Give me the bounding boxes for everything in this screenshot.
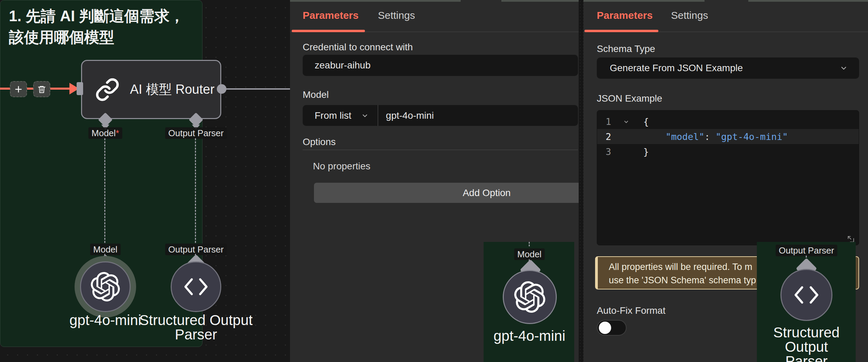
field-divider <box>378 105 378 126</box>
parser-node-port-label: Output Parser <box>165 244 227 255</box>
credential-value: zeabur-aihub <box>315 60 370 71</box>
json-example-editor[interactable]: 1 { 2 "model": "gpt-4o-mini" 3 } <box>597 110 859 245</box>
autofix-toggle[interactable] <box>597 320 627 336</box>
line-number: 2 <box>597 131 611 142</box>
sticky-note-title: 1. 先請 AI 判斷這個需求， 該使用哪個模型 <box>9 5 184 48</box>
toggle-knob <box>599 322 611 334</box>
parser-node-circle[interactable] <box>171 261 221 312</box>
add-option-button[interactable]: Add Option <box>314 183 579 203</box>
credential-label: Credential to connect with <box>303 42 413 53</box>
parser-node-overlay: Output Parser Structured Output Parser <box>757 242 856 362</box>
model-node-name: gpt-4o-mini <box>494 329 565 343</box>
fold-chevron-icon[interactable] <box>623 118 630 125</box>
link-icon <box>95 77 120 102</box>
tab-parameters[interactable]: Parameters <box>303 10 358 21</box>
parser-node-name: Structured Output Parser <box>757 325 856 362</box>
top-edge-strip <box>290 0 461 2</box>
parser-node-name: Structured Output Parser <box>124 313 268 342</box>
code-line-2: 2 "model": "gpt-4o-mini" <box>597 129 859 144</box>
sticky-title-line1: 1. 先請 AI 判斷這個需求， <box>9 5 184 27</box>
workflow-canvas[interactable]: 1. 先請 AI 判斷這個需求， 該使用哪個模型 AI 模型 Router <box>0 0 290 362</box>
trash-icon <box>37 85 46 94</box>
json-example-label: JSON Example <box>597 93 662 104</box>
model-node-overlay: Model gpt-4o-mini <box>484 242 574 362</box>
autofix-label: Auto-Fix Format <box>597 305 666 316</box>
code-line-3: 3 } <box>597 144 859 159</box>
credential-select[interactable]: zeabur-aihub <box>303 55 578 76</box>
chevron-down-icon <box>839 64 848 73</box>
openai-icon <box>91 272 120 301</box>
dashed-stub <box>529 242 530 246</box>
openai-icon <box>514 281 545 313</box>
parser-dashed-connection <box>195 138 196 243</box>
line-number: 3 <box>597 146 611 157</box>
model-dashed-connection <box>104 138 105 243</box>
active-tab-indicator <box>292 30 365 32</box>
plus-icon <box>14 85 23 94</box>
active-tab-indicator <box>584 30 658 32</box>
tab-settings[interactable]: Settings <box>378 10 415 21</box>
line-number: 1 <box>597 116 611 127</box>
model-field[interactable]: From list gpt-4o-mini <box>303 105 578 126</box>
code-line-1: 1 { <box>597 114 859 129</box>
n8n-workflow-screen: 1. 先請 AI 判斷這個需求， 該使用哪個模型 AI 模型 Router <box>0 0 868 362</box>
router-model-port-label: Model* <box>89 127 122 139</box>
code-brackets-icon <box>183 277 209 297</box>
output-connection-line <box>226 88 290 90</box>
code-brackets-icon <box>793 285 819 305</box>
router-output-port[interactable] <box>217 84 226 94</box>
schema-type-select[interactable]: Generate From JSON Example <box>597 57 859 79</box>
tab-parameters[interactable]: Parameters <box>597 10 653 21</box>
options-label: Options <box>303 137 336 147</box>
schema-type-label: Schema Type <box>597 43 655 54</box>
parser-node-circle[interactable] <box>780 269 832 321</box>
panel-gap-canvas-strip <box>579 0 583 362</box>
model-mode-select[interactable]: From list <box>315 110 351 121</box>
router-node-title: AI 模型 Router <box>130 61 214 118</box>
tab-settings[interactable]: Settings <box>671 10 708 21</box>
add-node-button[interactable] <box>10 81 27 97</box>
delete-connection-button[interactable] <box>33 81 50 97</box>
options-divider <box>303 150 578 150</box>
model-value-input[interactable]: gpt-4o-mini <box>386 110 434 121</box>
model-label: Model <box>303 89 329 100</box>
sticky-title-line2: 該使用哪個模型 <box>9 27 184 48</box>
top-edge-strip <box>501 0 579 2</box>
top-edge-strip <box>583 0 705 2</box>
model-port-label: Model <box>514 248 545 260</box>
options-empty-text: No properties <box>313 161 370 172</box>
parser-port-label: Output Parser <box>776 245 837 256</box>
top-edge-strip <box>748 0 868 2</box>
router-parser-port-label: Output Parser <box>165 127 227 139</box>
model-node-circle[interactable] <box>503 270 557 324</box>
required-mark: * <box>116 128 119 138</box>
model-node-port-label: Model <box>90 244 121 255</box>
router-input-port[interactable] <box>77 82 83 95</box>
router-node[interactable]: AI 模型 Router <box>81 60 221 119</box>
schema-type-value: Generate From JSON Example <box>610 63 743 74</box>
model-node-circle[interactable] <box>80 261 131 312</box>
chevron-down-icon[interactable] <box>361 112 369 120</box>
